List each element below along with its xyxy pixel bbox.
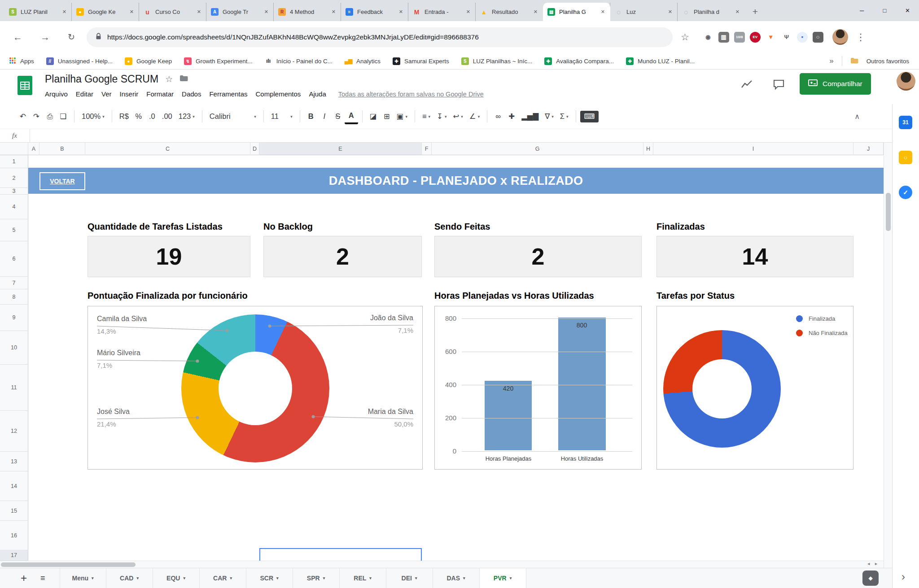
text-rotation-icon[interactable]: ∠▾ (466, 109, 483, 124)
row-header-4[interactable]: 4 (0, 195, 28, 219)
formula-input[interactable] (30, 129, 892, 142)
forward-icon[interactable]: → (40, 32, 50, 43)
font-size-select[interactable]: 11▾ (268, 109, 296, 124)
sheets-logo-icon[interactable] (17, 75, 33, 98)
tab-close-icon[interactable]: ✕ (398, 8, 404, 16)
row-header-13[interactable]: 13 (0, 452, 28, 471)
browser-tab[interactable]: MEntrada -✕ (408, 3, 476, 21)
column-header-A[interactable]: A (28, 143, 39, 155)
row-header-6[interactable]: 6 (0, 241, 28, 277)
currency-format-icon[interactable]: R$ (116, 109, 132, 124)
browser-avatar[interactable] (832, 29, 848, 45)
column-header-E[interactable]: E (259, 143, 422, 155)
row-header-16[interactable]: 16 (0, 521, 28, 550)
zoom-select[interactable]: 100%▾ (79, 109, 108, 124)
column-header-B[interactable]: B (39, 143, 85, 155)
keyboard-input-icon[interactable]: ⌨ (580, 111, 599, 122)
tab-close-icon[interactable]: ✕ (196, 8, 202, 16)
grid-corner-cell[interactable] (0, 143, 28, 155)
all-sheets-icon[interactable]: ≡ (40, 574, 45, 583)
row-header-14[interactable]: 14 (0, 471, 28, 501)
browser-tab[interactable]: R4 Method✕ (274, 3, 341, 21)
bookmark-item[interactable]: ✚Mundo LUZ - Planil... (626, 57, 695, 65)
tab-close-icon[interactable]: ✕ (61, 8, 67, 16)
bookmark-item[interactable]: ılıInício - Painel do C... (265, 57, 333, 65)
browser-tab[interactable]: ▲Resultado✕ (476, 3, 543, 21)
vertical-scrollbar-thumb[interactable] (886, 193, 891, 231)
increase-decimals-icon[interactable]: .00 (159, 109, 175, 124)
star-document-icon[interactable]: ☆ (165, 74, 173, 84)
font-select[interactable]: Calibri▾ (206, 109, 259, 124)
tab-close-icon[interactable]: ✕ (465, 8, 471, 16)
tab-close-icon[interactable]: ✕ (667, 8, 673, 16)
minimize-icon[interactable]: ─ (850, 0, 873, 21)
save-status-link[interactable]: Todas as alterações foram salvas no Goog… (338, 91, 484, 98)
ext-camera-icon[interactable]: ◉ (703, 32, 713, 43)
share-button[interactable]: Compartilhar (800, 73, 871, 95)
more-formats-select[interactable]: 123▾ (175, 109, 198, 124)
tasks-icon[interactable]: ✓ (899, 186, 912, 199)
bookmark-star-icon[interactable]: ☆ (681, 32, 689, 43)
calendar-icon[interactable]: 31 (899, 116, 912, 129)
italic-icon[interactable]: I (318, 109, 331, 124)
browser-tab[interactable]: ●Google Ke✕ (72, 3, 139, 21)
browser-menu-icon[interactable]: ⋮ (856, 32, 866, 43)
tab-close-icon[interactable]: ✕ (533, 8, 538, 16)
sheet-tab-scr[interactable]: SCR▾ (246, 568, 293, 588)
borders-icon[interactable]: ⊞ (380, 109, 394, 124)
insert-comment-icon[interactable]: ✚ (505, 109, 518, 124)
row-header-5[interactable]: 5 (0, 219, 28, 241)
bookmark-item[interactable]: ▄▆Analytics (345, 57, 381, 65)
employee-pie-chart[interactable]: Camila da Silva 14,3% Mário Silveira 7,1… (88, 306, 423, 470)
row-header-3[interactable]: 3 (0, 188, 28, 195)
row-header-1[interactable]: 1 (0, 155, 28, 168)
move-folder-icon[interactable] (179, 75, 188, 83)
ext-lock-icon[interactable]: ▪ (797, 32, 808, 43)
horizontal-scrollbar-thumb[interactable] (1, 562, 136, 567)
browser-tab[interactable]: SLUZ Planil✕ (4, 3, 72, 21)
vertical-align-icon[interactable]: ↧▾ (433, 109, 450, 124)
menu-dados[interactable]: Dados (178, 88, 205, 100)
undo-icon[interactable]: ↶ (16, 109, 30, 124)
insert-link-icon[interactable]: ∞ (491, 109, 505, 124)
browser-tab[interactable]: AGoogle Tr✕ (206, 3, 274, 21)
vertical-scrollbar[interactable] (884, 143, 892, 568)
bookmark-item[interactable]: ↯Growth Experiment... (184, 57, 253, 65)
menu-complementos[interactable]: Complementos (251, 88, 305, 100)
bookmarks-overflow-icon[interactable]: » (829, 57, 833, 65)
scroll-arrows[interactable]: ◄► (866, 562, 882, 566)
column-header-F[interactable]: F (422, 143, 432, 155)
sheet-tab-spr[interactable]: SPR▾ (293, 568, 340, 588)
sheet-tab-das[interactable]: DAS▾ (433, 568, 480, 588)
new-tab-button[interactable]: + (748, 4, 763, 19)
horizontal-align-icon[interactable]: ≡▾ (419, 109, 433, 124)
close-icon[interactable]: ✕ (896, 0, 919, 21)
document-title[interactable]: Planilha Google SCRUM (45, 73, 158, 85)
other-bookmarks-label[interactable]: Outros favoritos (866, 58, 909, 65)
toolbar-collapse-icon[interactable]: ∧ (854, 112, 860, 121)
comment-history-icon[interactable] (773, 78, 785, 93)
column-header-G[interactable]: G (432, 143, 643, 155)
row-header-2[interactable]: 2 (0, 168, 28, 188)
tab-close-icon[interactable]: ✕ (735, 8, 740, 16)
column-header-C[interactable]: C (85, 143, 250, 155)
menu-arquivo[interactable]: Arquivo (41, 88, 72, 100)
row-header-17[interactable]: 17 (0, 550, 28, 561)
ext-counter-badge[interactable]: 10/8 (734, 32, 745, 43)
menu-ajuda[interactable]: Ajuda (305, 88, 330, 100)
sheet-tab-cad[interactable]: CAD▾ (106, 568, 153, 588)
side-panel-collapse-icon[interactable]: › (901, 571, 905, 583)
url-text[interactable]: https://docs.google.com/spreadsheets/d/1… (107, 33, 479, 41)
text-color-icon[interactable]: A (345, 109, 358, 124)
menu-formatar[interactable]: Formatar (142, 88, 178, 100)
reload-icon[interactable]: ↻ (68, 32, 75, 42)
decrease-decimals-icon[interactable]: .0 (145, 109, 159, 124)
browser-tab[interactable]: ◌Planilha d✕ (678, 3, 745, 21)
row-header-10[interactable]: 10 (0, 331, 28, 365)
column-header-D[interactable]: D (250, 143, 259, 155)
paint-format-icon[interactable]: ❏ (57, 109, 70, 124)
back-icon[interactable]: ← (13, 32, 22, 43)
row-header-9[interactable]: 9 (0, 305, 28, 331)
row-header-8[interactable]: 8 (0, 289, 28, 305)
sheet-tab-rel[interactable]: REL▾ (340, 568, 386, 588)
